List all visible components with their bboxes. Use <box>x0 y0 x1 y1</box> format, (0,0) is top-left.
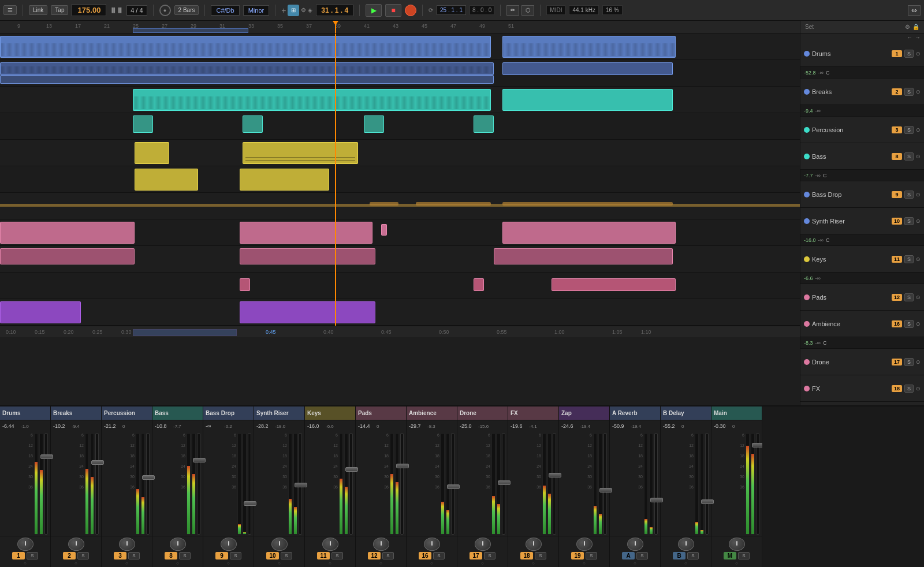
ch-name-ambience[interactable]: Ambience <box>407 406 457 420</box>
arrangement-view[interactable]: 9 13 17 21 25 27 29 31 33 35 37 39 41 43… <box>0 21 800 405</box>
track-arm-synthriser[interactable]: ⊙ <box>916 218 921 224</box>
ch-solo-zap[interactable]: S <box>586 552 597 559</box>
ch-mute-keys[interactable]: ○ <box>329 561 331 566</box>
ch-mute-b delay[interactable]: ○ <box>684 561 687 566</box>
stop-button[interactable]: ■ <box>385 4 401 17</box>
ch-fader-bass[interactable] <box>197 433 200 535</box>
ch-mute-percussion[interactable]: ○ <box>125 561 128 566</box>
track-item-bass[interactable]: Bass 8 S ⊙ <box>800 143 924 170</box>
ch-pan-bass drop[interactable] <box>221 538 237 551</box>
midi-icon[interactable]: ◈ <box>308 7 312 13</box>
ch-pan-main[interactable] <box>729 538 745 551</box>
ch-mute-main[interactable]: ○ <box>735 561 738 566</box>
draw-tool[interactable]: ✏ <box>506 5 519 16</box>
ch-fader-keys[interactable] <box>349 433 353 535</box>
ch-name-keys[interactable]: Keys <box>305 406 355 420</box>
ch-solo-drone[interactable]: S <box>484 552 495 559</box>
session-view-btn[interactable]: ⊞ <box>288 5 299 16</box>
track-solo-fx[interactable]: S <box>904 385 914 393</box>
ch-mute-a reverb[interactable]: ○ <box>634 561 636 566</box>
ch-pan-b delay[interactable] <box>678 538 694 551</box>
clip-bass-1[interactable] <box>133 115 153 133</box>
ch-name-drums[interactable]: Drums <box>0 406 50 420</box>
clip-bassdrop-1[interactable] <box>135 142 169 164</box>
clip-bassdrop-2[interactable] <box>243 142 358 164</box>
ch-mute-fx[interactable]: ○ <box>532 561 535 566</box>
clip-pads-1[interactable] <box>0 222 135 244</box>
ch-fader-drums[interactable] <box>44 433 48 535</box>
ch-pan-fx[interactable] <box>526 538 542 551</box>
clip-drone-2[interactable] <box>474 278 484 291</box>
ch-solo-keys[interactable]: S <box>331 552 343 559</box>
loop-length[interactable]: 2 Bars <box>174 5 199 15</box>
clip-ambience-1[interactable] <box>0 248 135 264</box>
ch-mute-bass drop[interactable]: ○ <box>227 561 230 566</box>
ch-fader-breaks[interactable] <box>95 433 99 535</box>
track-arm-percussion[interactable]: ⊙ <box>916 127 921 133</box>
track-arm-ambience[interactable]: ⊙ <box>916 321 921 327</box>
ch-solo-bass drop[interactable]: S <box>230 552 241 559</box>
ch-name-pads[interactable]: Pads <box>356 406 406 420</box>
clip-ambience-2[interactable] <box>240 248 375 264</box>
track-solo-synthriser[interactable]: S <box>904 217 914 225</box>
clip-percussion-2[interactable] <box>502 89 673 111</box>
ch-mute-zap[interactable]: ○ <box>583 561 586 566</box>
clip-pads-2[interactable] <box>240 222 372 244</box>
ch-fader-fx[interactable] <box>553 433 556 535</box>
ch-name-a reverb[interactable]: A Reverb <box>610 406 660 420</box>
clip-synthriser-1[interactable] <box>135 169 198 191</box>
ch-solo-synth riser[interactable]: S <box>281 552 292 559</box>
ch-name-synth riser[interactable]: Synth Riser <box>254 406 304 420</box>
clip-pads-4[interactable] <box>502 222 676 244</box>
clip-breaks-3[interactable] <box>502 62 673 75</box>
track-arm-drums[interactable]: ⊙ <box>916 51 921 57</box>
track-item-synthriser[interactable]: Synth Riser 10 S ⊙ <box>800 208 924 234</box>
clip-ambience-3[interactable] <box>494 248 673 264</box>
track-solo-keys[interactable]: S <box>904 255 914 263</box>
hamburger-menu[interactable]: ☰ <box>3 5 17 15</box>
play-button[interactable]: ▶ <box>366 4 382 17</box>
track-item-pads[interactable]: Pads 12 S ⊙ <box>800 284 924 311</box>
ch-pan-ambience[interactable] <box>424 538 440 551</box>
ch-name-zap[interactable]: Zap <box>559 406 609 420</box>
track-arm-drone[interactable]: ⊙ <box>916 359 921 365</box>
track-item-breaks[interactable]: Breaks 2 S ⊙ <box>800 79 924 105</box>
clip-drums-1[interactable] <box>0 36 491 58</box>
ch-fader-drone[interactable] <box>502 433 505 535</box>
ch-fader-pads[interactable] <box>400 433 404 535</box>
ch-name-fx[interactable]: FX <box>508 406 558 420</box>
track-item-drone[interactable]: Drone 17 S ⊙ <box>800 349 924 375</box>
ch-pan-breaks[interactable] <box>68 538 84 551</box>
track-item-fx[interactable]: FX 18 S ⊙ <box>800 375 924 402</box>
tap-button[interactable]: Tap <box>51 5 68 15</box>
track-item-drums[interactable]: Drums 1 S ⊙ <box>800 40 924 67</box>
ch-pan-drone[interactable] <box>475 538 491 551</box>
clip-synthriser-2[interactable] <box>240 169 329 191</box>
track-arm-bassdrop[interactable]: ⊙ <box>916 192 921 197</box>
clip-breaks-1[interactable] <box>0 62 494 75</box>
ch-fader-a reverb[interactable] <box>654 433 658 535</box>
track-arm-pads[interactable]: ⊙ <box>916 294 921 300</box>
track-item-bassdrop[interactable]: Bass Drop 9 S ⊙ <box>800 181 924 208</box>
track-solo-bassdrop[interactable]: S <box>904 191 914 199</box>
ch-mute-bass[interactable]: ○ <box>176 561 179 566</box>
ch-fader-handle-main[interactable] <box>752 443 762 447</box>
ch-solo-drums[interactable]: S <box>27 552 38 559</box>
ch-solo-breaks[interactable]: S <box>77 552 89 559</box>
ch-pan-a reverb[interactable] <box>627 538 643 551</box>
clip-keys-accent2[interactable] <box>416 202 491 206</box>
track-item-ambience[interactable]: Ambience 16 S ⊙ <box>800 311 924 337</box>
ch-fader-b delay[interactable] <box>705 433 709 535</box>
ch-name-main[interactable]: Main <box>711 406 762 420</box>
clip-drone-3[interactable] <box>552 278 676 291</box>
ch-pan-zap[interactable] <box>576 538 593 551</box>
tempo-display[interactable]: 175.00 <box>72 4 106 16</box>
ch-mute-drone[interactable]: ○ <box>481 561 484 566</box>
loop-region[interactable] <box>133 28 248 33</box>
track-arm-fx[interactable]: ⊙ <box>916 386 921 391</box>
ch-pan-pads[interactable] <box>373 538 389 551</box>
ch-solo-main[interactable]: S <box>738 552 750 559</box>
add-button[interactable]: + <box>281 6 286 15</box>
track-arm-breaks[interactable]: ⊙ <box>916 89 921 95</box>
position-display[interactable]: 31 . 1 . 4 <box>316 5 353 16</box>
